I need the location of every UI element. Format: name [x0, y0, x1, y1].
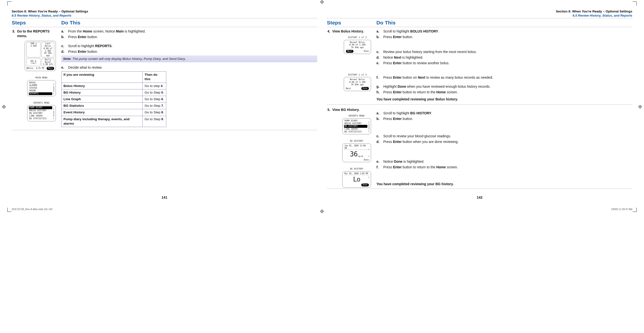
subsection-title: 6.5 Review History, Status, and Reports: [573, 14, 632, 18]
substeps: c.Review your bolus history starting fro…: [376, 49, 632, 66]
hist-line: 0.60 of 1.30U: [346, 81, 369, 84]
menu-list: PUMP DIARYBOLUS HISTORYBG HISTORYLINE GR…: [29, 106, 52, 120]
substep-letter: d.: [376, 140, 382, 144]
main-softkey: Main: [47, 67, 54, 70]
step-3-right: a.From the Home screen, Notice Main is h…: [61, 29, 317, 127]
substeps-a: a.From the Home screen, Notice Main is h…: [61, 29, 317, 40]
table-cell: Line Graph: [62, 96, 142, 102]
crop-mark-icon: [632, 208, 637, 212]
step-5-left: 5. View BG History. REPORTS MENU PUMP DI…: [327, 107, 372, 187]
substep: e.Decide what to review.: [61, 65, 317, 70]
menu-item: LINE GRAPH: [344, 128, 368, 130]
hist-line: Normal Bolus: [346, 41, 369, 44]
section-title: Section 6: When You're Ready – Optional …: [556, 9, 632, 14]
table-header: If you are reviewing: [62, 72, 142, 83]
substep-text: Press Enter button.: [383, 117, 632, 121]
table-cell: Pump diary including therapy, events, an…: [62, 116, 142, 127]
substep-letter: d.: [61, 49, 67, 54]
table-row: BG StatisticsGo to Step 7.: [62, 103, 166, 109]
substep: g.Highlight Done when you have reviewed …: [376, 84, 632, 89]
substep-text: Press Enter button on Next to review as …: [383, 75, 632, 80]
table-row: Bolus HistoryGo to step 4.: [62, 83, 166, 89]
substep-letter: d.: [376, 55, 382, 60]
hist-line: 5h 04m ago: [346, 83, 369, 86]
bg-timestamp: Jan 01, 2009 12:00 AM: [344, 145, 369, 150]
page-right: Section 6: When You're Ready – Optional …: [327, 9, 632, 200]
completion-text: You have completed reviewing your BG his…: [376, 182, 632, 186]
menu-list: BASALALARMSSTATUSPRIMEREPORTS: [29, 81, 52, 95]
step-3-left: 3. Go to the REPORTS menu. IOB ≥ 3.49U: [12, 29, 57, 121]
substep-letter: g.: [376, 84, 382, 89]
table-cell: Go to Step 9.: [142, 116, 166, 127]
divider: [327, 189, 632, 189]
table-row: Event HistoryGo to Step 8.: [62, 109, 166, 116]
menu-item: BG HISTORY: [344, 125, 368, 128]
substep-text: Scroll to highlight BOLUS HISTORY.: [383, 29, 632, 34]
substep-letter: c.: [376, 50, 382, 54]
page-left: Section 6: When You're Ready – Optional …: [12, 9, 317, 200]
step-title: View BG History.: [332, 108, 360, 112]
substep-letter: e.: [61, 65, 67, 70]
device-caption: MAIN MENU: [36, 77, 48, 79]
step-3-row: 3. Go to the REPORTS menu. IOB ≥ 3.49U: [12, 29, 317, 127]
substep-letter: f.: [376, 165, 382, 170]
step-number: 4.: [327, 29, 330, 34]
substeps: c.Scroll to review your blood glucose re…: [376, 133, 632, 145]
substep-text: Press Enter button to review another bol…: [383, 61, 632, 66]
substep-text: Highlight Done when you have reviewed en…: [383, 84, 632, 89]
up-arrow-icon: ▴: [368, 176, 369, 178]
device-bolus-history-next: HISTORY 1 of 3 Normal Bolus 0.60 of 1.30…: [344, 36, 371, 54]
qbolus-softkey: QBolus: [26, 67, 34, 70]
steps-heading: Steps: [12, 19, 57, 26]
substep: c.Scroll to review your blood glucose re…: [376, 133, 632, 139]
table-cell: Go to Step 8.: [142, 109, 166, 116]
substep-text: Decide what to review.: [68, 65, 317, 70]
device-caption: HISTORY 1 of 3: [348, 74, 367, 76]
substep: b.Press Enter button.: [376, 116, 632, 122]
substep: c.Scroll to highlight REPORTS.: [61, 43, 317, 49]
page-number: 141: [12, 191, 317, 200]
clock-time: 4:25 PM: [36, 67, 44, 70]
substep-text: Press Enter button.: [68, 35, 317, 39]
decision-table: If you are reviewing Then do this Bolus …: [61, 71, 166, 127]
substep-text: Review your bolus history starting from …: [383, 50, 632, 54]
substep-letter: a.: [61, 29, 67, 34]
substeps-c: e.Decide what to review.: [61, 65, 317, 70]
substep-text: Scroll to highlight BG HISTORY.: [383, 111, 632, 116]
device-caption: HISTORY 1 of 3: [348, 36, 367, 39]
print-spread-container: Section 6: When You're Ready – Optional …: [0, 0, 644, 213]
column-headers: Steps Do This: [327, 19, 632, 27]
menu-item: PRIME: [29, 89, 52, 92]
substep: e.Notice Done is highlighted.: [376, 159, 632, 164]
step-title: Go to the REPORTS menu.: [17, 29, 57, 38]
step-5-row: 5. View BG History. REPORTS MENU PUMP DI…: [327, 107, 632, 187]
substep: a.Scroll to highlight BG HISTORY.: [376, 110, 632, 116]
substep: d.Press Enter button when you are done r…: [376, 139, 632, 145]
substep-letter: b.: [61, 35, 67, 39]
substep-text: From the Home screen, Notice Main is hig…: [68, 29, 317, 34]
table-row: Line GraphGo to Step 6.: [62, 96, 166, 102]
substep-text: Press Enter button to return to the Home…: [383, 90, 632, 95]
table-cell: BG Statistics: [62, 103, 142, 109]
substep-letter: a.: [376, 29, 382, 34]
step-3-label: 3. Go to the REPORTS menu.: [12, 29, 57, 38]
substep-letter: c.: [61, 44, 67, 48]
column-headers: Steps Do This: [12, 19, 317, 27]
note-label: Note: [63, 57, 70, 61]
substep: d.Notice Next is highlighted.: [376, 55, 632, 60]
substep-text: Scroll to highlight REPORTS.: [68, 44, 317, 48]
menu-item: STATUS: [29, 87, 52, 89]
dothis-heading: Do This: [61, 19, 317, 26]
step-number: 5.: [327, 108, 330, 112]
signal-icon: ((▪)): [30, 62, 36, 64]
steps-heading: Steps: [327, 19, 372, 26]
last-bolus-label: Last Bolus: [42, 43, 54, 47]
note-callout: Note: The pump screen will only display …: [61, 56, 317, 62]
substep: a.From the Home screen, Notice Main is h…: [61, 29, 317, 34]
substep-letter: b.: [376, 117, 382, 121]
substep: a.Scroll to highlight BOLUS HISTORY.: [376, 29, 632, 34]
basal-label: Daily Basal: [42, 59, 54, 64]
device-home-screen: IOB ≥ 3.49U Last Bolus 0.60 of 1.30U 4h …: [25, 41, 56, 71]
print-timestamp: 2/9/09 11:29:47 AM: [611, 208, 632, 211]
substeps: e.Notice Done is highlighted.f.Press Ent…: [376, 159, 632, 170]
